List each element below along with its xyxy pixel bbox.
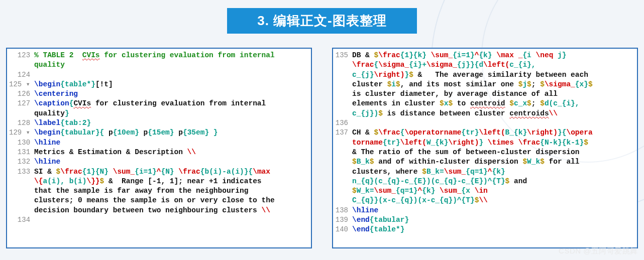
code-token: $ bbox=[509, 99, 514, 107]
line-number: 138 bbox=[335, 206, 348, 215]
code-token: and of within-cluster dispersion bbox=[374, 158, 523, 166]
code-line[interactable]: clusters; 0 means the sample is on or ve… bbox=[34, 196, 279, 205]
code-token: {tab:2} bbox=[60, 119, 91, 127]
code-panels: 123124125 ▾126127128129 ▾130131132133134… bbox=[0, 48, 644, 248]
code-token: d(c_ bbox=[545, 99, 562, 107]
code-token: c_x bbox=[514, 99, 527, 107]
code-line[interactable]: \end{table*} bbox=[352, 225, 597, 234]
section-title-text: 3. 编辑正文-图表整理 bbox=[257, 13, 387, 28]
code-token: elements in cluster bbox=[352, 99, 440, 107]
code-token: {q=1} bbox=[466, 168, 488, 176]
code-token: {tr} bbox=[383, 139, 400, 147]
code-panel-right: 135136137138139140 DB & $\frac{1}{k} \su… bbox=[332, 48, 638, 248]
code-line[interactable]: cluster $i$, and its most similar one $j… bbox=[352, 80, 597, 89]
code-line[interactable]: elements in cluster $x$ to centroid $c_x… bbox=[352, 99, 597, 108]
code-line[interactable] bbox=[352, 118, 597, 128]
line-number: 123 bbox=[9, 51, 30, 60]
code-token: {10em} bbox=[113, 128, 139, 137]
code-line[interactable] bbox=[34, 215, 279, 225]
line-number bbox=[335, 148, 348, 157]
code-token: c_ bbox=[509, 61, 518, 69]
code-token: ; bbox=[531, 80, 540, 88]
code-line[interactable]: DB & $\frac{1}{k} \sum_{i=1}^{k} \max _{… bbox=[352, 51, 597, 60]
code-line[interactable]: \begin{tabular}{ p{10em} p{15em} p{35em}… bbox=[34, 128, 279, 138]
code-panel-left: 123124125 ▾126127128129 ▾130131132133134… bbox=[6, 48, 312, 248]
code-line[interactable]: that the sample is far away from the nei… bbox=[34, 186, 279, 196]
code-token: \left( bbox=[400, 139, 426, 147]
code-line[interactable]: \caption{CVIs for clustering evaluation … bbox=[34, 99, 279, 108]
code-token: \begin bbox=[34, 128, 60, 137]
code-line[interactable]: n_{q}(c_{q}-c_{E})(c_{q}-c_{E})^{T}$ and bbox=[352, 177, 597, 186]
code-token bbox=[505, 99, 510, 107]
code-line[interactable]: quality bbox=[34, 60, 279, 70]
code-token: for clustering evaluation from internal bbox=[91, 99, 270, 107]
code-line[interactable]: torname{tr}\left(W_{k}\right)} \times \f… bbox=[352, 138, 597, 148]
code-line[interactable]: C_{q}}(x-c_{q})(x-c_{q})^{T}$\\ bbox=[352, 196, 597, 205]
code-token: $ bbox=[396, 80, 400, 88]
code-token: {E} bbox=[470, 177, 483, 185]
section-title-banner: 3. 编辑正文-图表整理 bbox=[227, 8, 417, 34]
line-number: 127 bbox=[9, 99, 30, 108]
code-line[interactable]: \begin{table*}[!t] bbox=[34, 80, 279, 89]
code-token: {j}}{d bbox=[457, 61, 483, 69]
code-token: C_ bbox=[352, 196, 361, 204]
code-line[interactable]: & The ratio of the sum of between-cluste… bbox=[352, 148, 597, 157]
code-token: c_ bbox=[352, 71, 361, 79]
code-line[interactable]: $B_k$ and of within-cluster dispersion $… bbox=[352, 157, 597, 167]
code-token: {tabular}{ bbox=[60, 128, 104, 137]
code-token: \hline bbox=[352, 206, 378, 214]
code-area-right[interactable]: DB & $\frac{1}{k} \sum_{i=1}^{k} \max _{… bbox=[351, 49, 600, 247]
code-line[interactable]: \frac{\sigma_{i}+\sigma_{j}}{d\left(c_{i… bbox=[352, 60, 597, 70]
code-token: {k} bbox=[492, 168, 505, 176]
code-line[interactable]: c_{j})$ is distance between cluster cent… bbox=[352, 109, 597, 118]
code-token: {q} bbox=[444, 177, 457, 185]
line-number bbox=[9, 186, 30, 196]
line-number bbox=[9, 206, 30, 215]
code-line[interactable]: Metrics & Estimation & Description \\ bbox=[34, 148, 279, 157]
code-line[interactable]: \hline bbox=[352, 206, 597, 215]
code-line[interactable]: \hline bbox=[34, 138, 279, 148]
code-area-left[interactable]: % TABLE 2 CVIs for clustering evaluation… bbox=[33, 49, 282, 247]
code-line[interactable]: quality} bbox=[34, 109, 279, 118]
code-line[interactable]: % TABLE 2 CVIs for clustering evaluation… bbox=[34, 51, 279, 60]
code-token: } bbox=[65, 109, 69, 117]
code-token: $ bbox=[422, 168, 426, 176]
code-token: CVIs bbox=[73, 99, 91, 107]
code-token: a(i), b(i) bbox=[43, 177, 86, 185]
code-token: $ bbox=[374, 51, 379, 59]
code-token: n_ bbox=[352, 177, 361, 185]
code-token: ) bbox=[374, 109, 379, 117]
code-line[interactable]: c_{j}\right)}$ & The average similarity … bbox=[352, 70, 597, 80]
code-token: that the sample is far away from the nei… bbox=[34, 187, 253, 195]
code-line[interactable]: $W_k=\sum_{q=1}^{k} \sum_{x \in bbox=[352, 186, 597, 196]
code-token: j bbox=[522, 80, 527, 88]
code-token: \label bbox=[34, 119, 60, 127]
code-line[interactable]: \centering bbox=[34, 89, 279, 99]
code-line[interactable]: \label{tab:2} bbox=[34, 118, 279, 128]
code-token: {T} bbox=[492, 177, 505, 185]
code-token: {N-k}{k-1} bbox=[540, 139, 584, 147]
code-token: \frac bbox=[352, 61, 374, 69]
code-token: {k} bbox=[514, 128, 527, 137]
code-token: $ bbox=[56, 168, 61, 176]
code-token: $ bbox=[527, 99, 531, 107]
code-line[interactable]: \{a(i), b(i)\}}$ & Range [-1, 1]; near +… bbox=[34, 177, 279, 186]
code-token: { bbox=[374, 61, 379, 69]
line-number bbox=[335, 138, 348, 148]
line-number bbox=[335, 60, 348, 70]
code-line[interactable]: is cluster diameter, by average distance… bbox=[352, 89, 597, 99]
code-token: CVIs bbox=[82, 51, 100, 59]
code-line[interactable] bbox=[34, 70, 279, 80]
code-line[interactable]: clusters, where $B_k=\sum_{q=1}^{k} bbox=[352, 167, 597, 177]
code-token bbox=[34, 71, 39, 79]
code-line[interactable]: CH & $\frac{\operatorname{tr}\left(B_{k}… bbox=[352, 128, 597, 138]
code-token: $ bbox=[448, 99, 453, 107]
code-token: W_k= bbox=[357, 187, 374, 195]
code-token: \frac bbox=[378, 51, 400, 59]
line-number bbox=[335, 80, 348, 89]
code-line[interactable]: \end{tabular} bbox=[352, 215, 597, 225]
code-line[interactable]: \hline bbox=[34, 157, 279, 167]
code-token: $ bbox=[588, 80, 593, 88]
code-line[interactable]: decision boundary between two neighbouri… bbox=[34, 206, 279, 215]
code-line[interactable]: SI & $\frac{1}{N} \sum_{i=1}^{N} \frac{b… bbox=[34, 167, 279, 177]
